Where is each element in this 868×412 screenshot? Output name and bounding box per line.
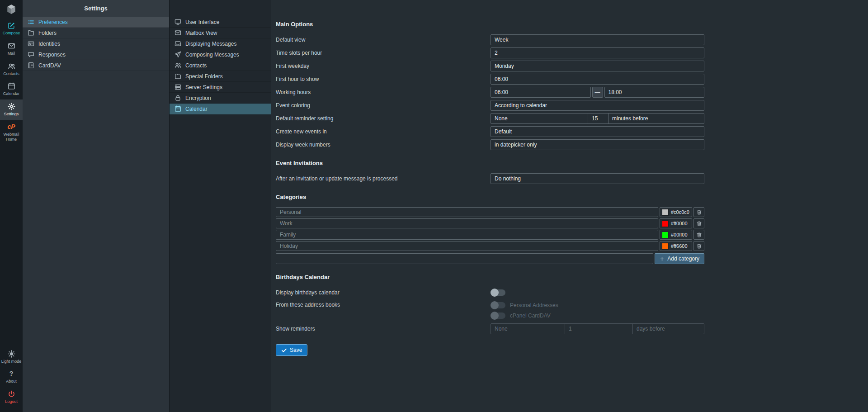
category-name-input[interactable]: [276, 218, 658, 228]
compose-icon: [8, 22, 15, 29]
settings-item-carddav[interactable]: CardDAV: [23, 60, 169, 71]
taskbar-label-mail: Mail: [8, 51, 15, 56]
display-birthdays-toggle[interactable]: [491, 289, 505, 296]
default-reminder-group: None 15 minutes before: [491, 113, 704, 124]
taskbar-item-compose[interactable]: Compose: [0, 19, 23, 39]
add-category-button[interactable]: Add category: [655, 253, 704, 264]
category-row: #ff0000: [276, 218, 704, 228]
default-reminder-suffix: minutes before: [609, 114, 704, 123]
address-book-label: cPanel CardDAV: [510, 313, 551, 319]
default-view-select[interactable]: Week: [491, 34, 704, 45]
category-name-input[interactable]: [276, 241, 658, 251]
color-swatch: [662, 243, 669, 250]
default-reminder-type-select[interactable]: None: [491, 114, 588, 123]
carddav-icon: [28, 62, 34, 69]
working-hours-end-value: 18:00: [609, 89, 622, 95]
category-color-picker[interactable]: #ff6600: [660, 241, 692, 251]
working-hours-end-select[interactable]: 18:00: [604, 87, 705, 98]
first-weekday-select[interactable]: Monday: [491, 61, 704, 71]
taskbar-item-webmail-home[interactable]: cPWebmail Home: [0, 120, 23, 145]
category-row: #ff6600: [276, 241, 704, 251]
delete-category-button[interactable]: [693, 218, 704, 228]
webmail-logo[interactable]: [4, 3, 19, 16]
after-invitation-value: Do nothing: [495, 175, 521, 182]
delete-category-button[interactable]: [693, 241, 704, 251]
create-in-value: Default: [495, 128, 512, 135]
folder-icon: [175, 73, 181, 80]
section-item-user-interface[interactable]: User Interface: [170, 17, 271, 28]
category-row: #c0c0c0: [276, 207, 704, 217]
category-name-input[interactable]: [276, 207, 658, 217]
section-item-label-composing-messages: Composing Messages: [185, 52, 239, 58]
category-color-picker[interactable]: #00ff00: [660, 230, 692, 240]
taskbar-item-logout[interactable]: Logout: [0, 387, 23, 407]
taskbar-item-settings[interactable]: Settings: [0, 99, 23, 120]
category-color-picker[interactable]: #ff0000: [660, 218, 692, 228]
add-category-label: Add category: [667, 256, 699, 262]
section-item-mailbox-view[interactable]: Mailbox View: [170, 28, 271, 38]
address-book-label: Personal Addresses: [510, 302, 558, 308]
create-in-select[interactable]: Default: [491, 126, 704, 137]
delete-category-button[interactable]: [693, 230, 704, 240]
section-item-server-settings[interactable]: Server Settings: [170, 82, 271, 93]
delete-category-button[interactable]: [693, 207, 704, 217]
taskbar-item-mail[interactable]: Mail: [0, 39, 23, 59]
settings-item-label-carddav: CardDAV: [38, 62, 61, 69]
show-reminders-offset-input[interactable]: 1: [565, 324, 633, 334]
sections-nav-list: User InterfaceMailbox ViewDisplaying Mes…: [170, 17, 271, 114]
taskbar-label-about: About: [6, 379, 17, 384]
settings-item-identities[interactable]: Identities: [23, 38, 169, 49]
settings-item-label-identities: Identities: [38, 41, 60, 47]
default-reminder-offset-input[interactable]: 15: [588, 114, 609, 123]
section-item-encryption[interactable]: Encryption: [170, 93, 271, 104]
settings-item-responses[interactable]: Responses: [23, 49, 169, 60]
mail-icon: [175, 29, 181, 36]
default-reminder-label: Default reminder setting: [276, 115, 491, 122]
week-numbers-label: Display week numbers: [276, 142, 491, 148]
section-item-contacts[interactable]: Contacts: [170, 60, 271, 71]
show-reminders-suffix: days before: [633, 324, 704, 334]
toggle-knob: [491, 289, 499, 297]
settings-item-preferences[interactable]: Preferences: [23, 17, 169, 28]
time-slots-select[interactable]: 2: [491, 47, 704, 58]
row-after-invitation: After an invitation or update message is…: [276, 173, 704, 184]
section-item-calendar[interactable]: Calendar: [170, 104, 271, 114]
working-hours-start-select[interactable]: 06:00: [491, 87, 591, 98]
address-book-option: Personal Addresses: [491, 300, 558, 310]
taskbar-item-light-mode[interactable]: Light mode: [0, 347, 23, 367]
section-item-special-folders[interactable]: Special Folders: [170, 71, 271, 82]
lightmode-icon: [8, 350, 15, 358]
taskbar-item-contacts[interactable]: Contacts: [0, 59, 23, 80]
cpanel-icon: cP: [7, 123, 15, 131]
settings-item-folders[interactable]: Folders: [23, 28, 169, 38]
category-name-input[interactable]: [276, 230, 658, 240]
taskbar-item-calendar[interactable]: Calendar: [0, 79, 23, 99]
color-hex-value: #ff6600: [671, 243, 688, 249]
app-window: ComposeMailContactsCalendarSettingscPWeb…: [0, 0, 868, 412]
category-color-picker[interactable]: #c0c0c0: [660, 207, 692, 217]
address-book-toggle[interactable]: [491, 313, 505, 319]
address-book-toggle[interactable]: [491, 302, 505, 308]
section-item-displaying-messages[interactable]: Displaying Messages: [170, 38, 271, 49]
color-hex-value: #c0c0c0: [671, 209, 689, 215]
section-item-label-server-settings: Server Settings: [185, 84, 222, 90]
section-item-label-contacts: Contacts: [185, 62, 207, 69]
first-hour-select[interactable]: 06:00: [491, 74, 704, 85]
section-item-composing-messages[interactable]: Composing Messages: [170, 49, 271, 60]
color-hex-value: #00ff00: [671, 232, 688, 237]
logout-icon: [8, 390, 15, 398]
event-coloring-select[interactable]: According to calendar: [491, 100, 704, 111]
week-numbers-select[interactable]: in datepicker only: [491, 139, 704, 150]
show-reminders-label: Show reminders: [276, 326, 491, 332]
default-view-value: Week: [495, 37, 508, 43]
new-category-input[interactable]: [276, 253, 653, 264]
address-books-list: Personal AddressescPanel CardDAV: [491, 300, 704, 321]
preferences-icon: [28, 19, 34, 25]
row-event-coloring: Event coloring According to calendar: [276, 100, 704, 111]
taskbar-item-about[interactable]: ?About: [0, 367, 23, 387]
show-reminders-type-select[interactable]: None: [491, 324, 565, 334]
after-invitation-select[interactable]: Do nothing: [491, 173, 704, 184]
section-title-event-invitations: Event Invitations: [276, 160, 704, 166]
settings-item-label-folders: Folders: [38, 30, 57, 36]
save-button[interactable]: Save: [276, 344, 307, 356]
